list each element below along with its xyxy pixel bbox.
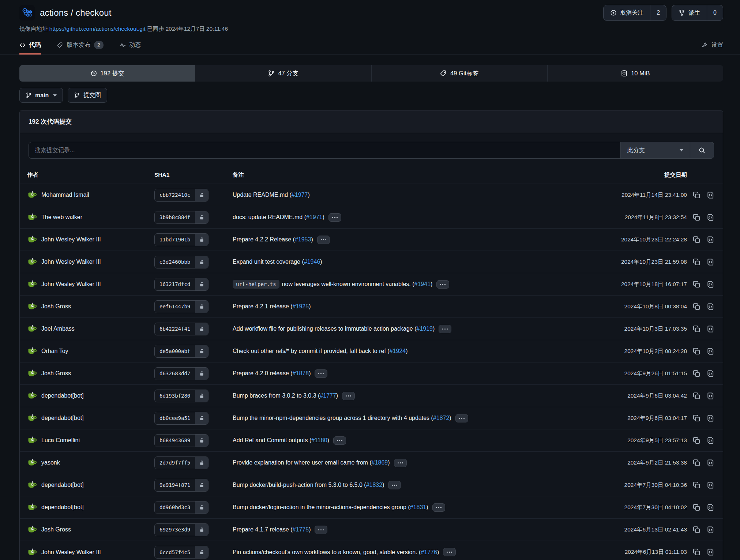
copy-sha-button[interactable]: [692, 481, 701, 489]
commit-message[interactable]: Prepare 4.2.2 Release (: [233, 236, 295, 243]
commit-sha-badge[interactable]: 6ccd57f4c5: [154, 546, 209, 559]
copy-sha-button[interactable]: [692, 213, 701, 222]
commit-author[interactable]: dependabot[bot]: [41, 392, 84, 399]
commit-message[interactable]: Expand unit test coverage (: [233, 259, 304, 265]
commit-sha-badge[interactable]: 6d193bf280: [154, 390, 209, 402]
copy-sha-button[interactable]: [692, 302, 701, 311]
expand-commit-message-button[interactable]: [333, 436, 346, 445]
commit-author[interactable]: Joel Ambass: [41, 326, 75, 332]
fork-button[interactable]: 派生 0: [672, 5, 723, 21]
browse-source-button[interactable]: [706, 302, 715, 311]
copy-sha-button[interactable]: [692, 236, 701, 244]
pr-link[interactable]: #1776: [421, 549, 437, 556]
copy-sha-button[interactable]: [692, 280, 701, 289]
pr-link[interactable]: #1869: [372, 459, 388, 466]
browse-source-button[interactable]: [706, 526, 715, 534]
commit-author[interactable]: The web walker: [41, 214, 82, 221]
commit-author[interactable]: Orhan Toy: [41, 348, 68, 354]
copy-sha-button[interactable]: [692, 369, 701, 378]
copy-sha-button[interactable]: [692, 526, 701, 534]
tab-code[interactable]: 代码: [19, 41, 41, 55]
commit-author[interactable]: John Wesley Walker III: [41, 549, 101, 556]
commit-message[interactable]: Prepare 4.1.7 release (: [233, 526, 293, 533]
copy-sha-button[interactable]: [692, 392, 701, 400]
stat-tags[interactable]: 49 Git标签: [372, 65, 548, 82]
pr-link[interactable]: #1919: [416, 326, 433, 332]
commit-author[interactable]: John Wesley Walker III: [41, 259, 101, 265]
commit-message[interactable]: Prepare 4.2.0 release (: [233, 370, 293, 377]
stat-commits[interactable]: 192 提交: [19, 65, 195, 82]
commit-message[interactable]: Bump docker/build-push-action from 5.3.0…: [233, 482, 366, 488]
pr-link[interactable]: #1971: [306, 214, 323, 221]
tab-activity[interactable]: 动态: [120, 41, 141, 55]
browse-source-button[interactable]: [706, 258, 715, 266]
copy-sha-button[interactable]: [692, 258, 701, 266]
browse-source-button[interactable]: [706, 436, 715, 445]
browse-source-button[interactable]: [706, 191, 715, 199]
expand-commit-message-button[interactable]: [315, 369, 327, 378]
commit-sha-badge[interactable]: 2d7d9f7ff5: [154, 456, 209, 469]
commit-sha-badge[interactable]: b684943689: [154, 434, 209, 447]
browse-source-button[interactable]: [706, 548, 715, 556]
pr-link[interactable]: #1872: [433, 415, 450, 421]
browse-source-button[interactable]: [706, 369, 715, 378]
expand-commit-message-button[interactable]: [432, 503, 445, 512]
stat-branches[interactable]: 47 分支: [195, 65, 371, 82]
expand-commit-message-button[interactable]: [439, 325, 451, 333]
commit-message[interactable]: Bump docker/login-action in the minor-ac…: [233, 504, 410, 511]
browse-source-button[interactable]: [706, 213, 715, 222]
search-button[interactable]: [690, 142, 714, 159]
browse-source-button[interactable]: [706, 280, 715, 289]
commit-sha-badge[interactable]: 9a9194f871: [154, 479, 209, 492]
commit-message[interactable]: Pin actions/checkout's own workflows to …: [233, 549, 421, 556]
copy-sha-button[interactable]: [692, 325, 701, 333]
copy-sha-button[interactable]: [692, 414, 701, 422]
branch-selector[interactable]: main: [19, 88, 63, 103]
pr-link[interactable]: #1180: [311, 437, 327, 444]
commit-sha-badge[interactable]: dd960bd3c3: [154, 501, 209, 514]
browse-source-button[interactable]: [706, 503, 715, 512]
expand-commit-message-button[interactable]: [315, 526, 327, 534]
commit-message[interactable]: Check out other refs/* by commit if prov…: [233, 348, 390, 354]
commit-author[interactable]: dependabot[bot]: [41, 415, 84, 421]
watch-button[interactable]: 取消关注 2: [603, 5, 666, 21]
pr-link[interactable]: #1832: [366, 482, 383, 488]
expand-commit-message-button[interactable]: [342, 392, 355, 400]
commit-sha-badge[interactable]: de5a000abf: [154, 345, 209, 358]
copy-sha-button[interactable]: [692, 436, 701, 445]
branch-filter-select[interactable]: 此分支: [620, 142, 690, 159]
expand-commit-message-button[interactable]: [443, 548, 456, 556]
expand-commit-message-button[interactable]: [317, 236, 330, 244]
copy-sha-button[interactable]: [692, 191, 701, 199]
commit-message[interactable]: Add workflow file for publishing release…: [233, 326, 416, 332]
pr-link[interactable]: #1941: [414, 281, 431, 287]
org-avatar[interactable]: [19, 5, 35, 20]
mirror-url-link[interactable]: https://github.com/actions/checkout.git: [49, 26, 146, 32]
browse-source-button[interactable]: [706, 481, 715, 489]
commit-author[interactable]: Luca Comellini: [41, 437, 80, 444]
commit-message[interactable]: docs: update README.md (: [233, 214, 306, 221]
watch-count[interactable]: 2: [650, 5, 666, 20]
commit-sha-badge[interactable]: cbb722410c: [154, 189, 209, 202]
commit-sha-badge[interactable]: e3d2460bbb: [154, 256, 209, 268]
pr-link[interactable]: #1775: [293, 526, 309, 533]
browse-source-button[interactable]: [706, 347, 715, 356]
stat-size[interactable]: 10 MiB: [548, 65, 723, 82]
commit-message[interactable]: Bump the minor-npm-dependencies group ac…: [233, 415, 433, 421]
commit-sha-badge[interactable]: 692973e3d9: [154, 523, 209, 536]
expand-commit-message-button[interactable]: [388, 481, 401, 489]
copy-sha-button[interactable]: [692, 347, 701, 356]
commit-message[interactable]: Prepare 4.2.1 release (: [233, 303, 293, 310]
commit-author[interactable]: John Wesley Walker III: [41, 236, 101, 243]
pr-link[interactable]: #1977: [292, 192, 308, 198]
commit-graph-button[interactable]: 提交图: [68, 88, 107, 103]
commit-author[interactable]: dependabot[bot]: [41, 504, 84, 511]
copy-sha-button[interactable]: [692, 503, 701, 512]
commit-author[interactable]: yasonk: [41, 459, 60, 466]
commit-sha-badge[interactable]: 11bd71901b: [154, 233, 209, 246]
commit-sha-badge[interactable]: 6b42224f41: [154, 323, 209, 335]
commit-author[interactable]: Josh Gross: [41, 526, 71, 533]
tab-settings[interactable]: 设置: [702, 41, 723, 55]
expand-commit-message-button[interactable]: [394, 459, 407, 467]
pr-link[interactable]: #1925: [293, 303, 309, 310]
